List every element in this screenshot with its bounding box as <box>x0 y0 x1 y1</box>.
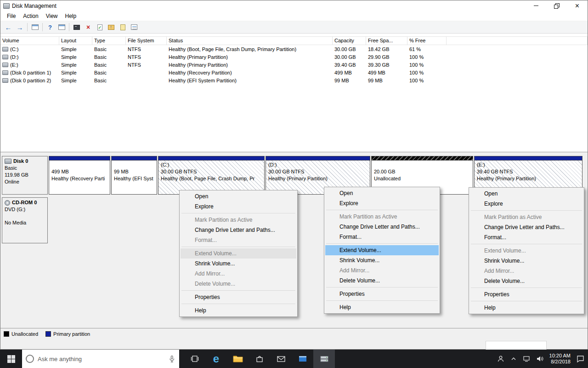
forward-button[interactable]: → <box>16 23 24 31</box>
column-header-filesystem[interactable]: File System <box>126 37 167 45</box>
volume-row-e[interactable]: (E:) Simple Basic NTFS Healthy (Primary … <box>0 61 588 69</box>
menu-item-open[interactable]: Open <box>470 189 583 199</box>
app-icon <box>3 3 10 9</box>
menu-separator <box>326 243 438 244</box>
column-header-layout[interactable]: Layout <box>59 37 92 45</box>
menu-item-shrink-volume[interactable]: Shrink Volume... <box>470 256 583 266</box>
volume-row-partition2[interactable]: (Disk 0 partition 2) Simple Basic Health… <box>0 76 588 84</box>
disk-0-label[interactable]: Disk 0 Basic 119.98 GB Online <box>2 156 48 195</box>
menu-item-change-letter[interactable]: Change Drive Letter and Paths... <box>325 222 439 232</box>
menu-item-explore[interactable]: Explore <box>325 198 439 208</box>
format-button[interactable] <box>119 23 127 31</box>
network-button[interactable] <box>523 356 530 362</box>
menu-item-open[interactable]: Open <box>325 188 439 198</box>
menu-item-format[interactable]: Format... <box>470 232 583 242</box>
back-button[interactable]: ← <box>4 23 12 31</box>
partition-efi[interactable]: 99 MB Healthy (EFI Syst <box>111 156 157 195</box>
menu-item-delete-volume[interactable]: Delete Volume... <box>325 276 439 286</box>
menu-item-extend-volume[interactable]: Extend Volume... <box>325 245 439 255</box>
menu-file[interactable]: File <box>3 12 19 21</box>
change-letter-button[interactable] <box>107 23 115 31</box>
cdrom-row: CD-ROM 0 DVD (G:) No Media <box>2 197 48 243</box>
partition-color-bar <box>266 156 370 161</box>
mark-active-button[interactable]: ✓ <box>96 23 104 31</box>
menu-item-help[interactable]: Help <box>470 303 583 313</box>
menu-item-add-mirror: Add Mirror... <box>181 269 296 279</box>
people-button[interactable] <box>497 355 504 362</box>
action-pane-button[interactable] <box>57 23 66 31</box>
menu-item-change-letter[interactable]: Change Drive Letter and Paths... <box>181 225 296 235</box>
file-explorer-button[interactable] <box>227 350 249 368</box>
menu-item-change-letter[interactable]: Change Drive Letter and Paths... <box>470 222 583 232</box>
mail-button[interactable] <box>270 350 292 368</box>
column-header-capacity[interactable]: Capacity <box>333 37 366 45</box>
console-button[interactable] <box>73 23 81 31</box>
menu-item-delete-volume: Delete Volume... <box>181 279 296 289</box>
menu-separator <box>471 210 582 211</box>
start-button[interactable] <box>0 350 22 368</box>
volume-row-c[interactable]: (C:) Simple Basic NTFS Healthy (Boot, Pa… <box>0 45 588 53</box>
menu-item-mark-active: Mark Partition as Active <box>181 215 296 225</box>
filesystem-cell: NTFS <box>126 54 167 60</box>
menu-action[interactable]: Action <box>19 12 42 21</box>
edge-button[interactable]: e <box>205 350 227 368</box>
layout-cell: Simple <box>59 54 92 60</box>
partition-c[interactable]: (C:) 30.00 GB NTFS Healthy (Boot, Page F… <box>158 156 265 195</box>
column-header-volume[interactable]: Volume <box>0 37 59 45</box>
column-header-filler <box>447 37 588 45</box>
menu-item-mark-active: Mark Partition as Active <box>470 212 583 222</box>
volume-drive-icon <box>2 78 8 83</box>
microphone-icon[interactable] <box>168 355 175 362</box>
speaker-icon <box>536 356 543 362</box>
task-view-button[interactable] <box>184 350 205 368</box>
column-header-pctfree[interactable]: % Free <box>407 37 447 45</box>
action-center-button[interactable] <box>577 355 584 362</box>
column-header-type[interactable]: Type <box>92 37 126 45</box>
close-button[interactable]: × <box>567 0 588 11</box>
help-button[interactable]: ? <box>46 23 54 31</box>
menu-item-shrink-volume[interactable]: Shrink Volume... <box>181 259 296 269</box>
properties-button[interactable] <box>130 23 138 31</box>
minimize-button[interactable] <box>526 0 546 11</box>
console-tree-button[interactable] <box>31 23 39 31</box>
menu-item-explore[interactable]: Explore <box>470 199 583 209</box>
volume-row-d[interactable]: (D:) Simple Basic NTFS Healthy (Primary … <box>0 53 588 61</box>
column-header-freespace[interactable]: Free Spa... <box>366 37 407 45</box>
task-view-icon <box>190 355 199 363</box>
restore-button[interactable] <box>546 0 567 11</box>
cortana-search-box[interactable] <box>22 350 179 368</box>
action-pane-icon <box>58 24 65 30</box>
menu-help[interactable]: Help <box>62 12 80 21</box>
partition-recovery[interactable]: 499 MB Healthy (Recovery Parti <box>49 156 110 195</box>
store-button[interactable] <box>249 350 270 368</box>
disk-management-taskbar-button[interactable] <box>313 350 335 368</box>
column-header-status[interactable]: Status <box>167 37 333 45</box>
volume-cell: (Disk 0 partition 1) <box>0 70 59 75</box>
search-input[interactable] <box>38 356 164 362</box>
disk-0-kind: Basic <box>5 165 45 172</box>
show-hidden-icons-button[interactable] <box>510 356 517 362</box>
menu-item-properties[interactable]: Properties <box>470 289 583 299</box>
menu-item-open[interactable]: Open <box>181 191 296 201</box>
type-cell: Basic <box>92 46 126 52</box>
freespace-cell: 39.30 GB <box>366 62 407 68</box>
menu-item-shrink-volume[interactable]: Shrink Volume... <box>325 255 439 265</box>
cdrom-label[interactable]: CD-ROM 0 DVD (G:) No Media <box>2 197 48 243</box>
console-app-button[interactable] <box>292 350 313 368</box>
menu-item-explore[interactable]: Explore <box>181 201 296 212</box>
menu-item-properties[interactable]: Properties <box>181 292 296 302</box>
context-menu-e: Open Explore Mark Partition as Active Ch… <box>469 187 584 314</box>
partition-color-bar <box>112 156 157 161</box>
menu-item-help[interactable]: Help <box>325 302 439 312</box>
volume-button[interactable] <box>536 356 543 362</box>
volume-row-partition1[interactable]: (Disk 0 partition 1) Simple Basic Health… <box>0 69 588 76</box>
delete-volume-button[interactable]: × <box>84 23 92 31</box>
menu-item-help[interactable]: Help <box>181 305 296 316</box>
check-document-icon: ✓ <box>97 24 102 30</box>
menu-view[interactable]: View <box>42 12 62 21</box>
menu-item-properties[interactable]: Properties <box>325 289 439 299</box>
toolbar: ← → ? × ✓ <box>0 21 588 34</box>
taskbar-clock[interactable]: 10:20 AM 8/2/2018 <box>549 353 571 365</box>
menu-item-delete-volume[interactable]: Delete Volume... <box>470 276 583 286</box>
menu-item-format[interactable]: Format... <box>325 232 439 242</box>
